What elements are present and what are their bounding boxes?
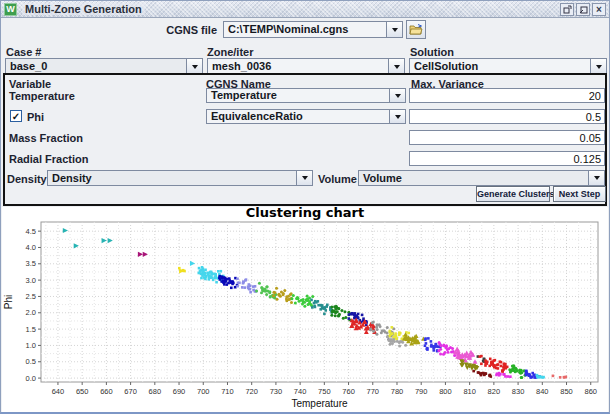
svg-text:670: 670 — [124, 387, 137, 396]
svg-text:810: 810 — [463, 387, 476, 396]
temperature-cgns-combo[interactable]: Temperature — [206, 88, 406, 103]
volume-label: Volume — [318, 173, 357, 185]
density-label: Density — [7, 173, 47, 185]
chevron-down-icon[interactable] — [389, 110, 405, 123]
cgns-file-value: C:\TEMP\Nominal.cgns — [224, 22, 386, 37]
close-icon[interactable]: × — [592, 3, 606, 16]
svg-text:2.5: 2.5 — [26, 292, 36, 301]
solution-label: Solution — [410, 46, 454, 58]
svg-text:840: 840 — [536, 387, 549, 396]
chevron-down-icon[interactable] — [389, 89, 405, 102]
svg-text:770: 770 — [367, 387, 380, 396]
title-bar[interactable]: W Multi-Zone Generation × — [1, 1, 609, 18]
density-combo[interactable]: Density — [47, 170, 313, 186]
svg-text:0.5: 0.5 — [26, 357, 36, 366]
svg-text:850: 850 — [560, 387, 573, 396]
multi-zone-generation-window: W Multi-Zone Generation × CGNS file C:\T… — [0, 0, 610, 414]
svg-text:820: 820 — [488, 387, 501, 396]
chevron-down-icon[interactable] — [590, 59, 606, 74]
svg-text:860: 860 — [584, 387, 597, 396]
variable-header: Variable — [9, 78, 51, 90]
svg-text:2.0: 2.0 — [26, 308, 36, 317]
mass-fraction-variance-field[interactable] — [409, 130, 605, 145]
maximize-icon[interactable] — [576, 3, 590, 16]
window-title: Multi-Zone Generation — [22, 3, 145, 15]
svg-text:4.5: 4.5 — [26, 227, 36, 236]
generate-clusters-button[interactable]: Generate Clusters — [476, 186, 550, 202]
volume-combo[interactable]: Volume — [358, 170, 605, 186]
row-label-radial-fraction: Radial Fraction — [9, 153, 88, 165]
chart-title: Clustering chart — [2, 207, 608, 220]
chevron-down-icon[interactable] — [386, 22, 402, 37]
svg-text:750: 750 — [318, 387, 331, 396]
svg-text:Phi: Phi — [3, 295, 14, 309]
svg-text:730: 730 — [270, 387, 283, 396]
row-label-phi: Phi — [27, 111, 44, 123]
clustering-scatter-plot: 6406506606706806907007107207307407507607… — [2, 220, 610, 414]
radial-fraction-variance-field[interactable] — [409, 151, 605, 166]
svg-text:830: 830 — [512, 387, 525, 396]
svg-text:680: 680 — [149, 387, 162, 396]
svg-text:3.0: 3.0 — [26, 276, 36, 285]
svg-text:800: 800 — [439, 387, 452, 396]
phi-cgns-combo[interactable]: EquivalenceRatio — [206, 109, 406, 124]
app-icon: W — [4, 3, 17, 16]
svg-text:780: 780 — [391, 387, 404, 396]
svg-text:0.0: 0.0 — [26, 374, 36, 383]
open-folder-icon — [409, 24, 423, 35]
row-label-temperature: Temperature — [9, 90, 75, 102]
svg-text:640: 640 — [52, 387, 65, 396]
svg-text:4.0: 4.0 — [26, 243, 36, 252]
svg-text:700: 700 — [197, 387, 210, 396]
svg-text:3.5: 3.5 — [26, 259, 36, 268]
svg-text:1.0: 1.0 — [26, 341, 36, 350]
phi-variance-field[interactable] — [409, 109, 605, 124]
chevron-down-icon[interactable] — [588, 171, 604, 185]
variables-panel: Variable CGNS Name Max. Variance Tempera… — [3, 73, 607, 206]
svg-text:760: 760 — [342, 387, 355, 396]
svg-text:660: 660 — [100, 387, 113, 396]
cgns-file-combo[interactable]: C:\TEMP\Nominal.cgns — [223, 21, 403, 38]
case-label: Case # — [6, 46, 41, 58]
phi-checkbox[interactable]: ✓ — [10, 110, 22, 122]
svg-text:690: 690 — [173, 387, 186, 396]
temperature-variance-field[interactable] — [409, 88, 605, 103]
chevron-down-icon[interactable] — [296, 171, 312, 185]
minimize-icon[interactable] — [560, 3, 574, 16]
svg-text:790: 790 — [415, 387, 428, 396]
zone-label: Zone/iter — [207, 46, 253, 58]
svg-text:720: 720 — [245, 387, 258, 396]
svg-text:1.5: 1.5 — [26, 325, 36, 334]
chevron-down-icon[interactable] — [388, 59, 404, 74]
cgns-file-label: CGNS file — [151, 24, 217, 36]
svg-text:650: 650 — [76, 387, 89, 396]
row-label-mass-fraction: Mass Fraction — [9, 132, 83, 144]
svg-text:740: 740 — [294, 387, 307, 396]
chevron-down-icon[interactable] — [186, 59, 202, 74]
svg-text:710: 710 — [221, 387, 234, 396]
browse-file-button[interactable] — [406, 20, 426, 39]
svg-text:Temperature: Temperature — [291, 398, 348, 409]
clustering-chart-panel: Clustering chart 64065066067068069070071… — [2, 207, 608, 412]
next-step-button[interactable]: Next Step — [553, 186, 606, 202]
